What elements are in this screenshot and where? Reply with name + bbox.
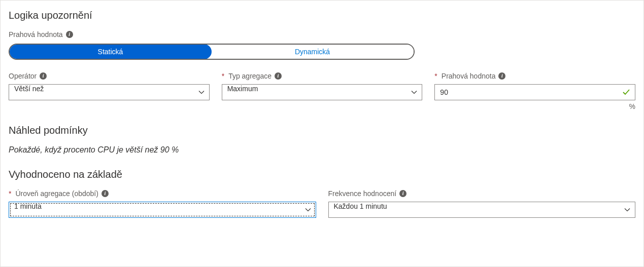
aggregation-level-value: 1 minuta [14,202,42,210]
alert-logic-panel: Logika upozornění Prahová hodnota i Stat… [0,0,644,267]
evaluation-frequency-select[interactable]: Každou 1 minutu [328,202,636,218]
aggregation-type-value: Maximum [227,85,258,93]
threshold-unit: % [434,102,635,110]
aggregation-level-select[interactable]: 1 minuta [9,202,316,218]
threshold-type-label-text: Prahová hodnota [9,30,63,39]
operator-select[interactable]: Větší než [9,84,210,100]
info-icon[interactable]: i [275,72,282,80]
threshold-toggle-dynamic[interactable]: Dynamická [211,45,414,59]
evaluation-frequency-label: Frekvence hodnocení i [328,189,636,198]
evaluation-frequency-label-text: Frekvence hodnocení [328,189,397,198]
aggregation-level-field: * Úroveň agregace (období) i 1 minuta [9,189,316,218]
operator-field: Operátor i Větší než [9,72,210,110]
aggregation-type-field: * Typ agregace i Maximum [222,72,423,110]
threshold-value-input[interactable] [434,84,635,100]
threshold-value-label-text: Prahová hodnota [442,72,496,80]
aggregation-type-select[interactable]: Maximum [222,84,423,100]
evaluated-based-on-title: Vyhodnoceno na základě [9,169,635,180]
required-indicator: * [9,189,11,198]
evaluation-frequency-value: Každou 1 minutu [334,202,387,210]
aggregation-level-label: * Úroveň agregace (období) i [9,189,316,198]
required-indicator: * [434,72,437,80]
aggregation-type-label: * Typ agregace i [222,72,423,80]
required-indicator: * [222,72,224,80]
threshold-value-field: * Prahová hodnota i % [434,72,635,110]
info-icon[interactable]: i [399,190,406,197]
section-title: Logika upozornění [9,10,635,21]
info-icon[interactable]: i [498,72,505,80]
threshold-type-toggle: Statická Dynamická [9,44,415,60]
threshold-toggle-static[interactable]: Statická [9,44,212,59]
evaluation-frequency-field: Frekvence hodnocení i Každou 1 minutu [328,189,636,218]
condition-preview-text: Pokaždé, když procento CPU je větší než … [9,145,635,155]
operator-value: Větší než [14,85,44,93]
aggregation-level-label-text: Úroveň agregace (období) [15,189,98,198]
operator-label-text: Operátor [9,72,37,80]
threshold-value-label: * Prahová hodnota i [434,72,635,80]
info-icon[interactable]: i [101,190,109,197]
operator-label: Operátor i [9,72,210,80]
info-icon[interactable]: i [40,72,47,80]
threshold-type-label: Prahová hodnota i [9,30,73,39]
info-icon[interactable]: i [66,31,73,38]
condition-preview-title: Náhled podmínky [9,125,635,136]
aggregation-type-label-text: Typ agregace [228,72,272,80]
